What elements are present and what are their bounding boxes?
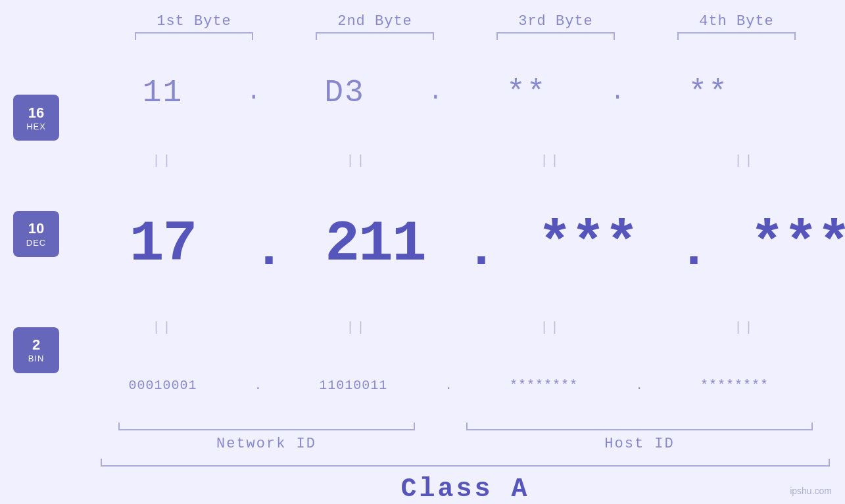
eq2-cell2: ||: [266, 320, 447, 335]
data-grid: 11 . D3 . ** . ** || ||: [59, 47, 845, 421]
top-bracket-row: [0, 32, 845, 40]
byte4-header: 4th Byte: [646, 13, 827, 30]
eq1-cell4: ||: [654, 153, 835, 168]
eq1-cell3: ||: [460, 153, 641, 168]
class-bracket-line: [101, 459, 830, 467]
bin-dot3: .: [636, 379, 643, 392]
hex-byte2-value: D3: [324, 75, 365, 110]
equals-row-1: || || || ||: [72, 153, 845, 168]
hex-byte3-cell: **: [436, 75, 617, 110]
hex-byte4-cell: **: [618, 75, 799, 110]
hex-byte4-value: **: [688, 75, 729, 110]
dec-byte3-value: ***: [537, 212, 637, 277]
host-id-label: Host ID: [604, 436, 674, 452]
bin-byte3-cell: ********: [454, 378, 635, 393]
bin-badge: 2 BIN: [13, 327, 59, 373]
bracket-line-3: [496, 32, 615, 40]
bracket-line-2: [316, 32, 434, 40]
hex-badge-label: HEX: [26, 122, 46, 131]
main-container: 1st Byte 2nd Byte 3rd Byte 4th Byte 16 H…: [0, 0, 845, 504]
eq1-cell2: ||: [266, 153, 447, 168]
hex-byte3-value: **: [506, 75, 547, 110]
dec-badge-label: DEC: [26, 238, 46, 248]
bin-byte1-value: 00010001: [128, 378, 197, 393]
bin-byte3-value: ********: [510, 378, 578, 393]
bin-byte2-cell: 11010011: [263, 378, 444, 393]
bracket-cell-2: [285, 32, 466, 40]
dec-byte3-cell: ***: [497, 212, 678, 277]
bin-byte1-cell: 00010001: [72, 378, 253, 393]
host-id-bracket-line: [466, 423, 813, 430]
dec-dot3: .: [678, 224, 710, 277]
hex-badge: 16 HEX: [13, 95, 59, 141]
dec-badge-number: 10: [28, 220, 44, 237]
hex-row: 11 . D3 . ** . **: [72, 75, 845, 110]
dec-dot2: .: [466, 224, 497, 277]
bin-byte4-value: ********: [700, 378, 769, 393]
dec-dot1: .: [253, 224, 285, 277]
pipe8: ||: [734, 320, 755, 335]
hex-badge-number: 16: [28, 104, 44, 122]
dec-byte2-value: 211: [325, 212, 425, 277]
pipe6: ||: [346, 320, 367, 335]
bracket-cell-3: [466, 32, 646, 40]
bin-byte2-value: 11010011: [319, 378, 387, 393]
byte-headers: 1st Byte 2nd Byte 3rd Byte 4th Byte: [0, 13, 845, 30]
hex-byte1-value: 11: [143, 75, 183, 110]
bin-dot2: .: [445, 379, 452, 392]
network-id-label: Network ID: [216, 436, 316, 452]
bin-badge-label: BIN: [28, 354, 45, 363]
pipe7: ||: [540, 320, 561, 335]
pipe1: ||: [152, 153, 173, 168]
bin-row: 00010001 . 11010011 . ******** . *******…: [72, 378, 845, 393]
class-section: Class A: [85, 459, 845, 504]
bracket-cell-4: [646, 32, 827, 40]
byte2-header: 2nd Byte: [285, 13, 466, 30]
pipe3: ||: [540, 153, 561, 168]
dec-badge: 10 DEC: [13, 211, 59, 257]
pipe2: ||: [346, 153, 367, 168]
dec-byte1-value: 17: [130, 212, 197, 277]
equals-row-2: || || || ||: [72, 320, 845, 335]
hex-byte2-cell: D3: [254, 75, 435, 110]
dec-byte2-cell: 211: [285, 212, 466, 277]
bracket-cell-1: [104, 32, 285, 40]
eq2-cell4: ||: [654, 320, 835, 335]
dec-byte4-cell: ***: [710, 212, 845, 277]
host-id-bracket: Host ID: [447, 423, 832, 452]
pipe5: ||: [152, 320, 173, 335]
dec-byte4-value: ***: [750, 212, 845, 277]
dec-row: 17 . 211 . *** . ***: [72, 212, 845, 277]
byte3-header: 3rd Byte: [466, 13, 646, 30]
bracket-line-4: [677, 32, 796, 40]
eq1-cell1: ||: [72, 153, 253, 168]
byte1-header: 1st Byte: [104, 13, 285, 30]
bin-byte4-cell: ********: [644, 378, 825, 393]
bin-dot1: .: [254, 379, 262, 392]
pipe4: ||: [734, 153, 755, 168]
bracket-line-1: [135, 32, 253, 40]
eq2-cell1: ||: [72, 320, 253, 335]
network-id-bracket: Network ID: [85, 423, 447, 452]
hex-byte1-cell: 11: [72, 75, 253, 110]
badges-column: 16 HEX 10 DEC 2 BIN: [0, 47, 59, 421]
network-id-bracket-line: [118, 423, 415, 430]
content-area: 16 HEX 10 DEC 2 BIN 11 . D3: [0, 47, 845, 421]
watermark: ipshu.com: [790, 486, 832, 496]
bin-badge-number: 2: [32, 336, 40, 354]
bottom-bracket-container: Network ID Host ID: [0, 423, 845, 452]
dec-byte1-cell: 17: [72, 212, 253, 277]
class-label: Class A: [400, 474, 529, 504]
eq2-cell3: ||: [460, 320, 641, 335]
